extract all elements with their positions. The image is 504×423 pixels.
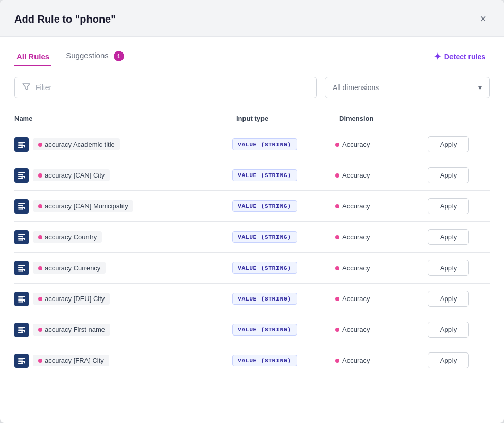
col-dimension: Dimension [335, 113, 428, 125]
rule-name-cell: accuracy [CAN] City [14, 168, 232, 183]
rule-icon [14, 354, 29, 368]
rule-name-cell: accuracy [CAN] Municipality [14, 199, 232, 214]
rule-name-tag: accuracy Currency [33, 262, 106, 274]
input-type-cell: VALUE (STRING) [232, 200, 335, 212]
table-row: accuracy [CAN] Municipality VALUE (STRIN… [14, 191, 490, 222]
dimension-dot [335, 204, 339, 208]
apply-button[interactable]: Apply [428, 167, 469, 183]
rule-color-dot [38, 235, 42, 239]
dimension-dot [335, 328, 339, 332]
svg-rect-6 [18, 172, 25, 173]
rule-name-cell: accuracy [DEU] City [14, 292, 232, 306]
svg-rect-42 [18, 358, 25, 359]
table-row: accuracy [FRA] City VALUE (STRING) Accur… [14, 345, 490, 376]
input-type-cell: VALUE (STRING) [232, 231, 335, 243]
rule-color-dot [38, 204, 42, 208]
modal-title: Add Rule to "phone" [14, 13, 116, 25]
svg-rect-25 [18, 267, 23, 268]
dimension-dot [335, 173, 339, 178]
col-name: Name [14, 113, 232, 125]
detect-rules-button[interactable]: ✦ Detect rules [429, 48, 490, 65]
rule-icon [14, 230, 29, 244]
apply-button[interactable]: Apply [428, 291, 469, 307]
table-row: accuracy Country VALUE (STRING) Accuracy… [14, 222, 490, 253]
input-type-badge: VALUE (STRING) [232, 169, 297, 181]
apply-cell: Apply [428, 322, 490, 338]
rule-icon [14, 168, 29, 183]
col-input-type: Input type [232, 113, 335, 125]
table-row: accuracy [DEU] City VALUE (STRING) Accur… [14, 284, 490, 314]
detect-rules-icon: ✦ [433, 51, 441, 62]
input-type-cell: VALUE (STRING) [232, 355, 335, 366]
filter-input[interactable] [36, 83, 309, 92]
table-row: accuracy Currency VALUE (STRING) Accurac… [14, 253, 490, 284]
apply-cell: Apply [428, 198, 490, 214]
apply-cell: Apply [428, 229, 490, 245]
rule-color-dot [38, 173, 42, 178]
rule-name-tag: accuracy Academic title [33, 138, 120, 150]
apply-cell: Apply [428, 136, 490, 152]
apply-button[interactable]: Apply [428, 136, 469, 152]
apply-button[interactable]: Apply [428, 198, 469, 214]
svg-rect-30 [18, 296, 25, 297]
input-type-cell: VALUE (STRING) [232, 293, 335, 305]
table-row: accuracy First name VALUE (STRING) Accur… [14, 314, 490, 345]
apply-button[interactable]: Apply [428, 260, 469, 276]
input-type-cell: VALUE (STRING) [232, 138, 335, 150]
rule-name-cell: accuracy Country [14, 230, 232, 244]
filter-icon [22, 82, 30, 93]
dimension-cell: Accuracy [335, 295, 428, 303]
rule-icon [14, 292, 29, 306]
rule-icon [14, 323, 29, 337]
rule-name-tag: accuracy [CAN] City [33, 169, 110, 181]
input-type-cell: VALUE (STRING) [232, 262, 335, 274]
svg-rect-1 [18, 143, 23, 144]
apply-button[interactable]: Apply [428, 229, 469, 245]
rule-color-dot [38, 266, 42, 270]
tabs-left: All Rules Suggestions 1 [14, 47, 138, 66]
table-header: Name Input type Dimension [14, 109, 490, 129]
tabs-row: All Rules Suggestions 1 ✦ Detect rules [14, 37, 490, 66]
dimension-dot [335, 235, 339, 239]
rule-name-cell: accuracy First name [14, 323, 232, 337]
dimension-dot [335, 143, 339, 147]
dimension-dot [335, 297, 339, 301]
apply-button[interactable]: Apply [428, 322, 469, 338]
svg-rect-19 [18, 236, 23, 237]
dimension-cell: Accuracy [335, 357, 428, 364]
dimension-select[interactable]: All dimensions ▾ [325, 77, 490, 98]
rule-name-tag: accuracy [DEU] City [33, 293, 110, 305]
svg-rect-37 [18, 328, 23, 329]
rule-icon [14, 199, 29, 214]
apply-button[interactable]: Apply [428, 352, 469, 368]
rule-name-cell: accuracy [FRA] City [14, 354, 232, 368]
rule-icon [14, 137, 29, 152]
input-type-badge: VALUE (STRING) [232, 200, 297, 212]
tab-all-rules[interactable]: All Rules [14, 48, 51, 66]
dimension-cell: Accuracy [335, 171, 428, 179]
input-type-cell: VALUE (STRING) [232, 169, 335, 181]
dimension-dot [335, 359, 339, 363]
col-action [428, 113, 490, 125]
rule-color-dot [38, 359, 42, 363]
dimension-cell: Accuracy [335, 326, 428, 333]
dimension-cell: Accuracy [335, 233, 428, 241]
add-rule-modal: Add Rule to "phone" × All Rules Suggesti… [0, 0, 504, 423]
rule-name-cell: accuracy Academic title [14, 137, 232, 152]
rule-color-dot [38, 328, 42, 332]
svg-rect-12 [18, 203, 25, 204]
close-button[interactable]: × [477, 12, 490, 26]
table-row: accuracy [CAN] City VALUE (STRING) Accur… [14, 160, 490, 191]
chevron-down-icon: ▾ [478, 83, 482, 92]
rule-name-cell: accuracy Currency [14, 261, 232, 275]
tab-suggestions[interactable]: Suggestions 1 [64, 47, 126, 66]
input-type-badge: VALUE (STRING) [232, 231, 297, 243]
input-type-badge: VALUE (STRING) [232, 324, 297, 336]
svg-rect-24 [18, 265, 25, 266]
dimension-cell: Accuracy [335, 264, 428, 272]
input-type-badge: VALUE (STRING) [232, 262, 297, 274]
rule-color-dot [38, 143, 42, 147]
apply-cell: Apply [428, 167, 490, 183]
dimension-dot [335, 266, 339, 270]
table-row: accuracy Academic title VALUE (STRING) A… [14, 129, 490, 160]
